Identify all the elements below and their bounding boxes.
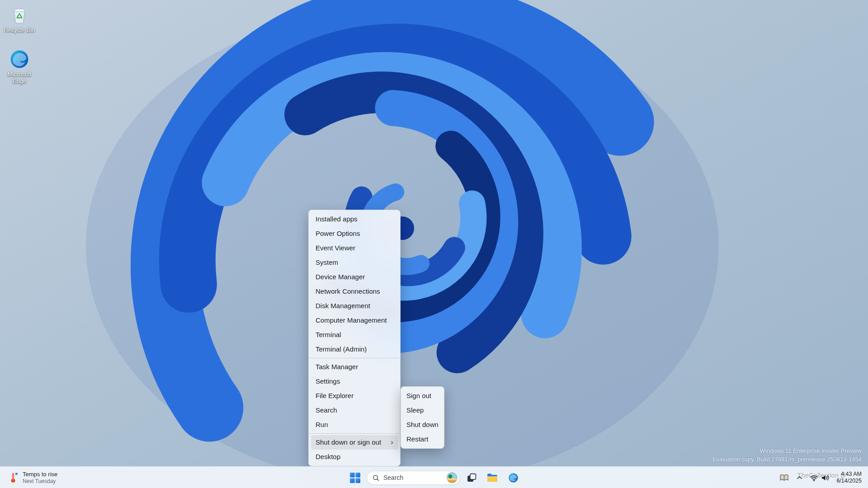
volume-icon xyxy=(821,474,830,482)
menu-item-power-options[interactable]: Power Options xyxy=(311,226,398,241)
menu-item-desktop[interactable]: Desktop xyxy=(311,450,398,464)
desktop-icon-label: Recycle Bin xyxy=(2,27,37,33)
submenu-item-sleep[interactable]: Sleep xyxy=(403,403,442,418)
menu-item-label: Search xyxy=(316,403,337,418)
menu-item-label: Settings xyxy=(316,374,340,389)
task-view-button[interactable] xyxy=(462,469,481,487)
os-watermark-line1: Windows 11 Enterprise Insider Preview xyxy=(712,446,862,455)
desktop-icon-label: Microsoft Edge xyxy=(2,71,37,84)
shutdown-submenu: Sign out Sleep Shut down Restart xyxy=(401,386,444,449)
books-icon xyxy=(779,474,789,482)
chevron-up-icon xyxy=(797,475,802,480)
desktop-screen: Recycle Bin Microsoft Edge Windows 11 En… xyxy=(0,0,868,488)
taskbar: Temps to rise Next Tuesday xyxy=(0,466,868,488)
menu-item-computer-management[interactable]: Computer Management xyxy=(311,313,398,328)
menu-item-label: Power Options xyxy=(316,226,360,241)
submenu-item-label: Shut down xyxy=(406,418,439,432)
desktop-icon-microsoft-edge[interactable]: Microsoft Edge xyxy=(2,49,37,84)
menu-item-installed-apps[interactable]: Installed apps xyxy=(311,212,398,226)
submenu-item-restart[interactable]: Restart xyxy=(403,432,442,446)
menu-item-settings[interactable]: Settings xyxy=(311,374,398,389)
menu-item-run[interactable]: Run xyxy=(311,418,398,432)
menu-item-label: Desktop xyxy=(316,450,340,464)
thermometer-icon xyxy=(7,472,19,483)
file-explorer-icon xyxy=(487,473,498,482)
desktop-icon-recycle-bin[interactable]: Recycle Bin xyxy=(2,5,37,33)
menu-item-system[interactable]: System xyxy=(311,255,398,270)
os-build-watermark: Windows 11 Enterprise Insider Preview Ev… xyxy=(712,446,862,464)
menu-item-task-manager[interactable]: Task Manager xyxy=(311,360,398,374)
search-highlight-image[interactable] xyxy=(447,472,458,483)
books-app-button[interactable] xyxy=(776,469,793,486)
clock-date: 6/14/2025 xyxy=(836,478,862,484)
menu-item-label: Disk Management xyxy=(316,299,370,313)
windows-logo-icon xyxy=(350,473,360,483)
weather-widget[interactable]: Temps to rise Next Tuesday xyxy=(3,469,62,487)
search-icon xyxy=(373,474,379,481)
submenu-item-label: Restart xyxy=(406,432,428,446)
menu-item-device-manager[interactable]: Device Manager xyxy=(311,270,398,284)
menu-item-shut-down-or-sign-out[interactable]: Shut down or sign out › xyxy=(311,435,398,450)
winx-context-menu: Installed apps Power Options Event Viewe… xyxy=(308,210,401,466)
taskbar-search-input[interactable]: Search xyxy=(367,471,460,485)
menu-item-label: Shut down or sign out xyxy=(316,435,381,450)
menu-item-label: Task Manager xyxy=(316,360,358,374)
file-explorer-button[interactable] xyxy=(483,469,501,487)
submenu-chevron-icon: › xyxy=(391,435,393,450)
menu-item-label: Computer Management xyxy=(316,313,387,328)
menu-item-label: Installed apps xyxy=(316,212,358,226)
menu-item-label: File Explorer xyxy=(316,389,354,403)
task-view-icon xyxy=(467,473,476,483)
edge-icon xyxy=(508,473,519,483)
start-button[interactable] xyxy=(346,469,364,487)
show-hidden-icons-button[interactable] xyxy=(793,469,806,486)
clock-time: 4:43 AM xyxy=(836,471,862,478)
menu-item-label: Network Connections xyxy=(316,284,380,299)
submenu-item-sign-out[interactable]: Sign out xyxy=(403,389,442,403)
menu-item-disk-management[interactable]: Disk Management xyxy=(311,299,398,313)
clock-date-button[interactable]: 4:43 AM 6/14/2025 xyxy=(834,471,866,484)
menu-separator xyxy=(309,433,400,434)
edge-taskbar-button[interactable] xyxy=(504,469,522,487)
menu-item-label: System xyxy=(316,255,338,270)
menu-item-label: Terminal (Admin) xyxy=(316,342,367,357)
wifi-icon xyxy=(810,474,818,482)
network-volume-flyout-button[interactable] xyxy=(807,469,833,486)
menu-item-file-explorer[interactable]: File Explorer xyxy=(311,389,398,403)
menu-item-event-viewer[interactable]: Event Viewer xyxy=(311,241,398,255)
taskbar-center-group: Search xyxy=(346,469,522,487)
system-tray: 4:43 AM 6/14/2025 xyxy=(776,469,866,487)
widget-headline: Temps to rise xyxy=(23,471,57,478)
menu-item-label: Run xyxy=(316,418,328,432)
recycle-bin-icon xyxy=(9,5,30,25)
submenu-item-label: Sleep xyxy=(406,403,424,418)
menu-item-search[interactable]: Search xyxy=(311,403,398,418)
submenu-item-shut-down[interactable]: Shut down xyxy=(403,418,442,432)
menu-item-terminal-admin[interactable]: Terminal (Admin) xyxy=(311,342,398,357)
menu-item-network-connections[interactable]: Network Connections xyxy=(311,284,398,299)
menu-item-terminal[interactable]: Terminal xyxy=(311,328,398,342)
edge-icon xyxy=(9,49,30,70)
widget-subtext: Next Tuesday xyxy=(23,478,57,484)
os-watermark-line2: Evaluation copy. Build 27881.rs_prerelea… xyxy=(712,455,862,464)
menu-item-label: Device Manager xyxy=(316,270,365,284)
search-placeholder-text: Search xyxy=(383,474,443,481)
menu-item-label: Terminal xyxy=(316,328,341,342)
menu-item-label: Event Viewer xyxy=(316,241,355,255)
menu-separator xyxy=(309,358,400,358)
submenu-item-label: Sign out xyxy=(406,389,431,403)
